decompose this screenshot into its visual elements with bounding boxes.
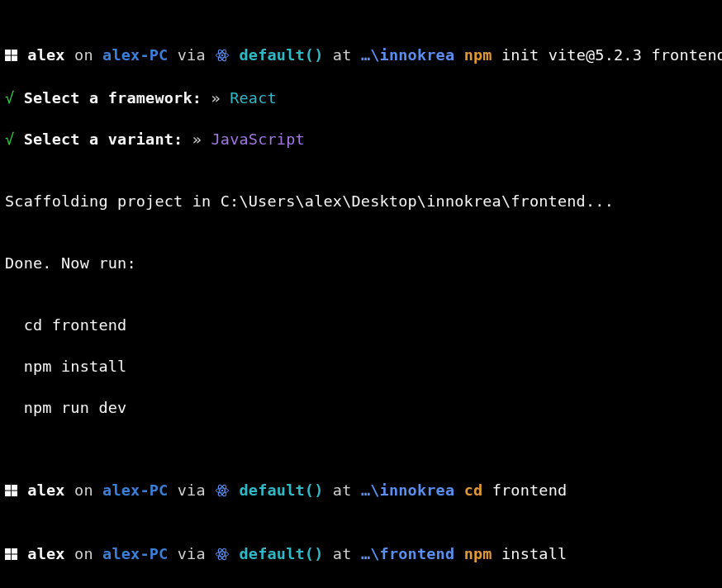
- windows-icon: [5, 46, 18, 67]
- output-line: cd frontend: [5, 315, 717, 335]
- prompt-via: via: [168, 46, 215, 64]
- svg-point-7: [221, 55, 223, 56]
- svg-rect-18: [5, 555, 11, 561]
- svg-rect-3: [12, 56, 17, 62]
- prompt-via: via: [168, 481, 215, 499]
- prompt-host: alex-PC: [102, 46, 168, 64]
- check-icon: √: [5, 130, 14, 148]
- prompt-on: on: [65, 481, 102, 499]
- react-icon: [215, 482, 230, 503]
- react-icon: [215, 546, 230, 567]
- svg-rect-2: [5, 56, 11, 62]
- output-line: npm run dev: [5, 397, 717, 418]
- separator: »: [183, 130, 211, 148]
- prompt-user: alex: [27, 46, 64, 64]
- prompt-on: on: [65, 545, 102, 562]
- prompt-default: default(): [239, 46, 323, 64]
- svg-rect-9: [12, 485, 17, 491]
- svg-rect-16: [5, 548, 11, 554]
- prompt-host: alex-PC: [102, 545, 168, 562]
- svg-rect-1: [12, 50, 17, 55]
- svg-rect-11: [12, 491, 17, 497]
- choice-text: JavaScript: [211, 130, 304, 148]
- prompt-line: alex on alex-PC via default() at …\innok…: [5, 480, 717, 502]
- command-name[interactable]: npm: [464, 46, 492, 64]
- prompt-at: at: [324, 545, 361, 562]
- prompt-path: …\frontend: [361, 545, 454, 562]
- choice-text: React: [230, 89, 277, 107]
- windows-icon: [5, 545, 18, 566]
- prompt-default: default(): [239, 481, 323, 499]
- prompt-user: alex: [27, 481, 64, 499]
- command-name[interactable]: cd: [464, 481, 483, 499]
- prompt-line: alex on alex-PC via default() at …\front…: [5, 543, 717, 566]
- prompt-on: on: [65, 46, 102, 64]
- output-line: Done. Now run:: [5, 253, 717, 273]
- windows-icon: [5, 481, 18, 502]
- prompt-path: …\innokrea: [361, 46, 454, 64]
- prompt-text: Select a framework:: [14, 89, 202, 107]
- react-icon: [215, 47, 230, 68]
- prompt-host: alex-PC: [102, 481, 168, 499]
- svg-point-15: [221, 490, 223, 491]
- output-line: √ Select a framework: » React: [5, 88, 717, 108]
- prompt-line: alex on alex-PC via default() at …\innok…: [5, 45, 717, 67]
- prompt-default: default(): [239, 545, 323, 562]
- svg-rect-8: [5, 485, 11, 491]
- svg-point-23: [221, 553, 223, 555]
- separator: »: [202, 89, 230, 107]
- command-args: frontend: [482, 481, 567, 499]
- output-line: Scaffolding project in C:\Users\alex\Des…: [5, 191, 717, 211]
- command-args: install: [492, 545, 568, 562]
- output-line: npm install: [5, 356, 717, 377]
- prompt-at: at: [324, 46, 361, 64]
- svg-rect-10: [5, 491, 11, 497]
- prompt-at: at: [324, 481, 361, 499]
- svg-rect-0: [5, 50, 11, 55]
- prompt-path: …\innokrea: [361, 481, 454, 499]
- check-icon: √: [5, 89, 14, 107]
- svg-rect-17: [12, 548, 17, 554]
- command-name[interactable]: npm: [464, 545, 492, 562]
- output-line: √ Select a variant: » JavaScript: [5, 129, 717, 149]
- prompt-text: Select a variant:: [14, 130, 183, 148]
- command-args: init vite@5.2.3 frontend: [492, 46, 722, 64]
- prompt-via: via: [168, 545, 215, 562]
- prompt-user: alex: [27, 545, 64, 562]
- svg-rect-19: [12, 555, 17, 561]
